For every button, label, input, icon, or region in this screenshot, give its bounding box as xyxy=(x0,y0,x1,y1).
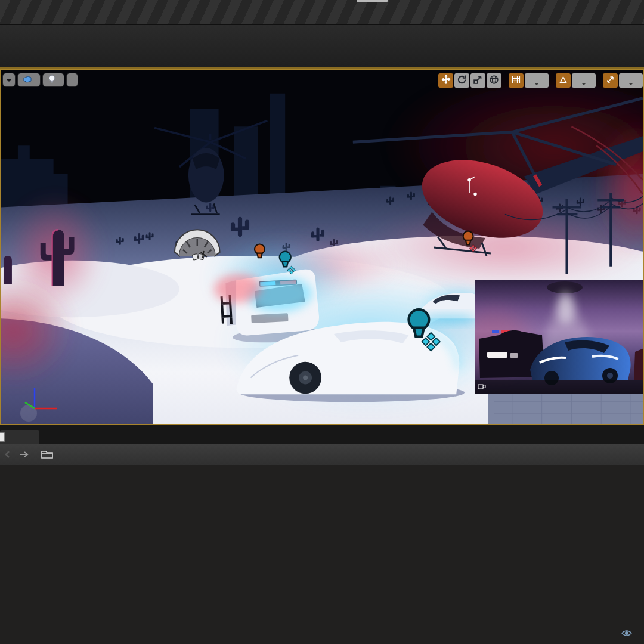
rotation-snap-value[interactable] xyxy=(572,73,596,88)
rotate-icon xyxy=(457,75,467,87)
camera-preview-scene xyxy=(475,280,644,394)
move-tool-button[interactable] xyxy=(438,73,453,88)
chevron-down-icon xyxy=(6,79,12,85)
level-viewport[interactable] xyxy=(0,69,644,425)
grid-icon xyxy=(512,75,521,86)
world-space-button[interactable] xyxy=(487,73,501,88)
forward-button[interactable] xyxy=(16,450,33,459)
scale-snap-icon xyxy=(606,75,615,86)
content-browser-tab[interactable] xyxy=(0,430,39,444)
chevron-down-icon xyxy=(582,83,586,87)
scale-snap-value[interactable] xyxy=(619,73,643,88)
lightbulb-icon xyxy=(48,75,55,85)
main-toolbar xyxy=(0,25,644,69)
grid-snap-toggle[interactable] xyxy=(509,73,524,88)
divider xyxy=(36,447,36,462)
transform-toolbar xyxy=(438,73,643,88)
titlebar-notch xyxy=(357,0,388,2)
back-button[interactable] xyxy=(0,450,16,459)
camera-icon xyxy=(478,383,486,391)
perspective-icon xyxy=(23,76,32,85)
view-mode-button[interactable] xyxy=(43,73,64,86)
scale-snap-toggle[interactable] xyxy=(603,73,618,88)
chevron-down-icon xyxy=(629,83,633,87)
move-icon xyxy=(441,74,451,87)
breadcrumb-bar xyxy=(0,444,644,465)
rotation-snap-toggle[interactable] xyxy=(556,73,571,88)
content-browser-panel xyxy=(0,425,644,644)
asset-grid xyxy=(0,465,644,644)
show-button[interactable] xyxy=(67,73,78,86)
grid-snap-value[interactable] xyxy=(525,73,549,88)
viewport-options-button[interactable] xyxy=(3,73,15,86)
chevron-down-icon xyxy=(535,83,538,87)
angle-icon xyxy=(559,75,568,86)
globe-icon xyxy=(489,75,499,87)
cine-camera-preview[interactable] xyxy=(475,280,644,394)
folder-open-icon xyxy=(41,450,53,459)
window-titlebar[interactable] xyxy=(0,0,644,25)
view-options-button[interactable] xyxy=(621,630,635,639)
scale-icon xyxy=(473,75,483,87)
eye-icon xyxy=(621,630,632,639)
tab-strip xyxy=(0,425,644,444)
unreal-editor-window xyxy=(0,0,644,644)
perspective-button[interactable] xyxy=(18,73,40,86)
camera-preview-footer xyxy=(475,380,644,394)
scale-tool-button[interactable] xyxy=(470,73,485,88)
content-browser-tab-icon xyxy=(0,432,5,442)
viewport-toolbar xyxy=(3,73,78,86)
rotate-tool-button[interactable] xyxy=(454,73,469,88)
